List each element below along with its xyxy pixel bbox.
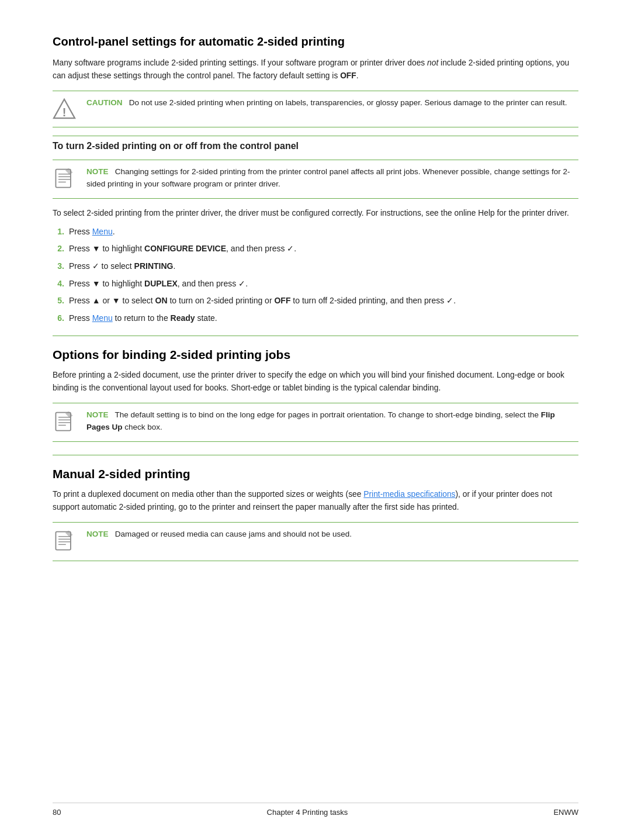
step-num-2: 2. (53, 243, 64, 255)
down-arrow-2: ▼ (92, 243, 100, 255)
step-content-1: Press Menu. (69, 226, 578, 238)
note1-text: Changing settings for 2-sided printing f… (86, 167, 570, 188)
section3-note-content: NOTE Damaged or reused media can cause j… (86, 528, 578, 541)
step-4: 4. Press ▼ to highlight DUPLEX, and then… (53, 278, 578, 291)
steps-list: 1. Press Menu. 2. Press ▼ to highlight C… (53, 226, 578, 325)
step-6: 6. Press Menu to return to the Ready sta… (53, 312, 578, 325)
section3-note-box: NOTE Damaged or reused media can cause j… (53, 522, 578, 561)
page-title: Control-panel settings for automatic 2-s… (53, 35, 578, 49)
intro-bold: OFF (340, 71, 356, 80)
note1-label: NOTE (86, 167, 109, 176)
section3-note-text: Damaged or reused media can cause jams a… (115, 530, 352, 538)
step-content-6: Press Menu to return to the Ready state. (69, 312, 578, 325)
step-num-4: 4. (53, 278, 64, 291)
down-arrow-4: ▼ (92, 278, 100, 291)
caution-text: Do not use 2-sided printing when printin… (129, 98, 567, 107)
section2-note-content: NOTE The default setting is to bind on t… (86, 409, 578, 434)
step-3: 3. Press ✓ to select PRINTING. (53, 260, 578, 273)
check-5: ✓ (446, 295, 453, 307)
step-content-2: Press ▼ to highlight CONFIGURE DEVICE, a… (69, 243, 578, 255)
caution-icon: ! (53, 98, 78, 121)
menu-link-6[interactable]: Menu (92, 313, 113, 323)
step-2: 2. Press ▼ to highlight CONFIGURE DEVICE… (53, 243, 578, 255)
section2-note-box: NOTE The default setting is to bind on t… (53, 403, 578, 442)
footer-locale: ENWW (553, 808, 578, 817)
subsection-heading: To turn 2-sided printing on or off from … (53, 136, 578, 151)
step-content-5: Press ▲ or ▼ to select ON to turn on 2-s… (69, 295, 578, 307)
step-num-1: 1. (53, 226, 64, 238)
step-5: 5. Press ▲ or ▼ to select ON to turn on … (53, 295, 578, 307)
section3-intro: To print a duplexed document on media ot… (53, 488, 578, 514)
intro-paragraph: Many software programs include 2-sided p… (53, 57, 578, 82)
section3-title: Manual 2-sided printing (53, 467, 578, 481)
step-num-5: 5. (53, 295, 64, 307)
menu-link-1[interactable]: Menu (92, 227, 113, 236)
section2-note-text: The default setting is to bind on the lo… (86, 410, 555, 431)
caution-content: CAUTION Do not use 2-sided printing when… (86, 97, 578, 109)
note1-icon (53, 167, 78, 192)
step-1: 1. Press Menu. (53, 226, 578, 238)
section3-note-icon (53, 530, 78, 555)
caution-box: ! CAUTION Do not use 2-sided printing wh… (53, 91, 578, 127)
footer-chapter: Chapter 4 Printing tasks (267, 808, 348, 817)
down-arrow-5: ▼ (112, 295, 120, 307)
section2-note-icon (53, 410, 78, 435)
check-4: ✓ (238, 278, 245, 291)
subsection-para: To select 2-sided printing from the prin… (53, 207, 578, 219)
footer-page-number: 80 (53, 808, 61, 817)
page-footer: 80 Chapter 4 Printing tasks ENWW (53, 803, 578, 817)
step-num-3: 3. (53, 260, 64, 273)
caution-label: CAUTION (86, 98, 123, 107)
section3-note-label: NOTE (86, 530, 109, 538)
svg-text:!: ! (63, 106, 67, 119)
note1-content: NOTE Changing settings for 2-sided print… (86, 166, 578, 191)
step-content-3: Press ✓ to select PRINTING. (69, 260, 578, 273)
section2-note-label: NOTE (86, 410, 109, 419)
print-media-link[interactable]: Print-media specifications (363, 490, 455, 499)
step-content-4: Press ▼ to highlight DUPLEX, and then pr… (69, 278, 578, 291)
section2-intro: Before printing a 2-sided document, use … (53, 369, 578, 395)
note1-box: NOTE Changing settings for 2-sided print… (53, 160, 578, 199)
check-3: ✓ (92, 260, 99, 273)
up-arrow-5: ▲ (92, 295, 100, 307)
check-2: ✓ (287, 243, 294, 255)
section2-title: Options for binding 2-sided printing job… (53, 348, 578, 362)
step-num-6: 6. (53, 312, 64, 325)
